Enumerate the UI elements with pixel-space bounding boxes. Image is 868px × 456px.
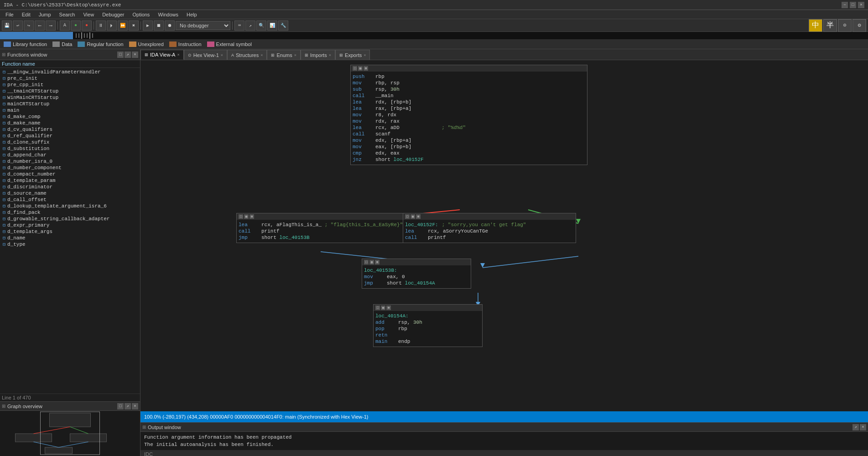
ida-icon-2[interactable]: 半 bbox=[823, 19, 837, 32]
functions-window-close-btn[interactable]: × bbox=[132, 52, 138, 58]
end-block-ctrl-3[interactable]: ⊞ bbox=[386, 306, 391, 310]
output-close-btn[interactable]: × bbox=[860, 424, 866, 430]
function-item-17[interactable]: ⊟d_template_param bbox=[1, 177, 139, 184]
merge-block-ctrl-1[interactable]: □ bbox=[364, 260, 369, 264]
function-item-12[interactable]: ⊟d_substitution bbox=[1, 145, 139, 152]
toolbar-btn-12[interactable]: ✖ bbox=[129, 21, 139, 31]
tab-exports[interactable]: ⊞ Exports × bbox=[335, 50, 370, 60]
toolbar-btn-stop[interactable]: ⏺ bbox=[165, 21, 175, 31]
right-block-ctrl-1[interactable]: □ bbox=[405, 214, 410, 219]
function-item-9[interactable]: ⊟d_cv_qualifiers bbox=[1, 126, 139, 133]
toolbar-btn-misc1[interactable]: ⌨ bbox=[234, 21, 244, 31]
end-block-ctrl-2[interactable]: ▤ bbox=[381, 306, 385, 310]
toolbar-btn-2[interactable]: ↩ bbox=[13, 21, 23, 31]
output-float-btn[interactable]: ↗ bbox=[852, 424, 859, 430]
menu-item-windows[interactable]: Windows bbox=[154, 10, 182, 19]
graph-canvas[interactable]: □ ▤ ⊞ push rbp mov rbp, rsp sub rsp, 30h bbox=[140, 60, 868, 411]
function-item-24[interactable]: ⊟d_expr_primary bbox=[1, 222, 139, 228]
right-block-ctrl-3[interactable]: ⊞ bbox=[416, 214, 421, 219]
menu-item-options[interactable]: Options bbox=[129, 10, 153, 19]
ida-icon-3[interactable]: ⊙ bbox=[838, 19, 852, 32]
function-item-14[interactable]: ⊟d_number_isra_0 bbox=[1, 158, 139, 165]
tab-exports-close[interactable]: × bbox=[364, 53, 366, 57]
graph-overview-icon-btn[interactable]: □ bbox=[117, 403, 124, 409]
menu-item-help[interactable]: Help bbox=[183, 10, 201, 19]
function-item-20[interactable]: ⊟d_call_offset bbox=[1, 197, 139, 203]
function-item-23[interactable]: ⊟d_growable_string_callback_adapter bbox=[1, 216, 139, 222]
block-ctrl-1[interactable]: □ bbox=[353, 66, 357, 71]
functions-list[interactable]: ⊟__mingw_invalidParameterHandler⊟pre_c_i… bbox=[0, 68, 140, 394]
function-item-5[interactable]: ⊟mainCRTStartup bbox=[1, 101, 139, 107]
graph-overview-close-btn[interactable]: × bbox=[132, 403, 138, 409]
toolbar-btn-play[interactable]: ▶ bbox=[143, 21, 153, 31]
menu-item-jump[interactable]: Jump bbox=[35, 10, 55, 19]
tab-imports-close[interactable]: × bbox=[329, 53, 331, 57]
end-block-ctrl-1[interactable]: □ bbox=[375, 306, 380, 310]
function-item-0[interactable]: ⊟__mingw_invalidParameterHandler bbox=[1, 69, 139, 75]
toolbar-btn-misc3[interactable]: 🔍 bbox=[256, 21, 266, 31]
toolbar-btn-5[interactable]: ⟶ bbox=[46, 21, 56, 31]
menu-item-debugger[interactable]: Debugger bbox=[99, 10, 128, 19]
left-block-ctrl-3[interactable]: ⊞ bbox=[249, 214, 254, 219]
function-item-8[interactable]: ⊟d_make_name bbox=[1, 120, 139, 126]
function-item-4[interactable]: ⊟WinMainCRTStartup bbox=[1, 94, 139, 101]
toolbar-btn-10[interactable]: ⏵ bbox=[107, 21, 117, 31]
graph-overview-float-btn[interactable]: ↗ bbox=[125, 403, 131, 409]
functions-window-icon-btn[interactable]: □ bbox=[117, 52, 124, 58]
function-item-22[interactable]: ⊟d_find_pack bbox=[1, 209, 139, 216]
tab-structures-close[interactable]: × bbox=[260, 53, 263, 57]
toolbar-btn-misc4[interactable]: 📊 bbox=[267, 21, 277, 31]
merge-block-ctrl-3[interactable]: ⊞ bbox=[375, 260, 379, 264]
function-item-1[interactable]: ⊟pre_c_init bbox=[1, 75, 139, 82]
toolbar-btn-7[interactable]: ● bbox=[71, 21, 81, 31]
function-item-10[interactable]: ⊟d_ref_qualifier bbox=[1, 133, 139, 139]
right-block-ctrl-2[interactable]: ▤ bbox=[411, 214, 415, 219]
toolbar-btn-pause[interactable]: ⏹ bbox=[154, 21, 164, 31]
toolbar-btn-misc5[interactable]: 🔧 bbox=[278, 21, 288, 31]
left-block-ctrl-2[interactable]: ▤ bbox=[244, 214, 249, 219]
toolbar-btn-misc2[interactable]: ↗ bbox=[245, 21, 255, 31]
tab-enums-close[interactable]: × bbox=[294, 53, 296, 57]
toolbar-btn-6[interactable]: A bbox=[60, 21, 70, 31]
tab-imports[interactable]: ⊞ Imports × bbox=[301, 50, 335, 60]
tab-hex-close[interactable]: × bbox=[221, 53, 223, 57]
tab-enums[interactable]: ⊞ Enums × bbox=[267, 50, 301, 60]
toolbar-btn-11[interactable]: ⏩ bbox=[118, 21, 128, 31]
function-item-6[interactable]: ⊟main bbox=[1, 107, 139, 114]
maximize-btn[interactable]: □ bbox=[850, 2, 856, 8]
close-btn[interactable]: × bbox=[858, 2, 864, 8]
menu-item-edit[interactable]: Edit bbox=[18, 10, 34, 19]
function-item-11[interactable]: ⊟d_clone_suffix bbox=[1, 139, 139, 145]
functions-window-float-btn[interactable]: ↗ bbox=[125, 52, 131, 58]
ida-icon-4[interactable]: ⚙ bbox=[852, 19, 866, 32]
block-ctrl-3[interactable]: ⊞ bbox=[364, 66, 368, 71]
function-item-18[interactable]: ⊟d_discriminator bbox=[1, 184, 139, 190]
function-item-21[interactable]: ⊟d_lookup_template_argument_isra_6 bbox=[1, 203, 139, 209]
toolbar-btn-8[interactable]: ● bbox=[82, 21, 92, 31]
function-item-7[interactable]: ⊟d_make_comp bbox=[1, 114, 139, 120]
function-item-26[interactable]: ⊟d_name bbox=[1, 235, 139, 241]
tab-hex-view[interactable]: ⊙ Hex View-1 × bbox=[184, 50, 227, 60]
function-item-15[interactable]: ⊟d_number_component bbox=[1, 165, 139, 171]
minimize-btn[interactable]: − bbox=[842, 2, 848, 8]
menu-item-view[interactable]: View bbox=[79, 10, 98, 19]
toolbar-btn-3[interactable]: ↪ bbox=[24, 21, 34, 31]
merge-block-ctrl-2[interactable]: ▤ bbox=[369, 260, 374, 264]
function-item-13[interactable]: ⊟d_append_char bbox=[1, 152, 139, 158]
function-item-3[interactable]: ⊟__tmainCRTStartup bbox=[1, 88, 139, 94]
block-ctrl-2[interactable]: ▤ bbox=[358, 66, 363, 71]
tab-structures[interactable]: A Structures × bbox=[227, 50, 267, 60]
toolbar-btn-1[interactable]: 💾 bbox=[2, 21, 12, 31]
function-item-19[interactable]: ⊟d_source_name bbox=[1, 190, 139, 197]
tab-ida-close[interactable]: × bbox=[177, 52, 179, 57]
function-item-16[interactable]: ⊟d_compact_number bbox=[1, 171, 139, 177]
function-item-25[interactable]: ⊟d_template_args bbox=[1, 228, 139, 235]
toolbar-btn-4[interactable]: ⟵ bbox=[35, 21, 45, 31]
toolbar-btn-9[interactable]: ⏸ bbox=[96, 21, 106, 31]
left-block-ctrl-1[interactable]: □ bbox=[239, 214, 243, 219]
function-item-27[interactable]: ⊟d_type bbox=[1, 241, 139, 248]
ida-icon-1[interactable]: 中 bbox=[809, 19, 822, 32]
menu-item-file[interactable]: File bbox=[2, 10, 17, 19]
function-item-2[interactable]: ⊟pre_cpp_init bbox=[1, 82, 139, 88]
debugger-select[interactable]: No debugger bbox=[176, 21, 230, 30]
